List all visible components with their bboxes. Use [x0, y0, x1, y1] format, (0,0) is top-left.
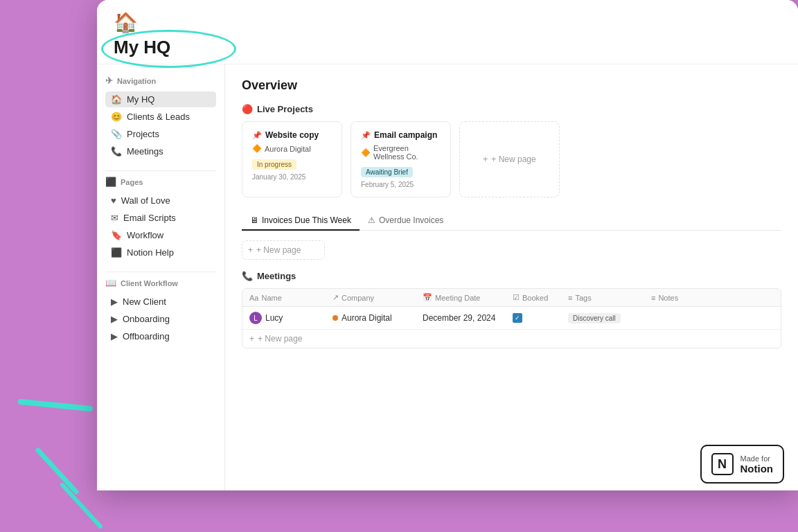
new-page-table-row[interactable]: + + New page — [242, 330, 781, 348]
client-icon-email: 🔶 — [361, 148, 371, 157]
col-date-icon: 📅 — [423, 293, 432, 302]
notion-help-icon: ⬛ — [111, 247, 122, 258]
table-row: L Lucy Aurora Digital December 29, 2024 … — [242, 307, 781, 330]
sidebar-item-my-hq[interactable]: 🏠 My HQ — [105, 91, 216, 107]
notion-brand-label: Notion — [741, 463, 773, 475]
client-icon-website: 🔶 — [252, 144, 262, 153]
sidebar-item-new-client[interactable]: ▶ New Client — [105, 294, 216, 310]
sidebar-item-onboarding[interactable]: ▶ Onboarding — [105, 311, 216, 327]
sidebar-item-offboarding[interactable]: ▶ Offboarding — [105, 328, 216, 344]
cell-booked-lucy: ✓ — [506, 308, 561, 328]
status-badge-in-progress: In progress — [252, 159, 296, 170]
overview-title: Overview — [242, 78, 781, 93]
new-project-plus-icon: + — [483, 154, 488, 164]
col-header-tags: ≡ Tags — [561, 289, 644, 306]
project-date-email: February 5, 2025 — [361, 181, 441, 188]
col-header-name: Aa Name — [242, 289, 326, 306]
live-projects-header: 🔴 Live Projects — [242, 104, 781, 114]
cell-tags-lucy: Discovery call — [561, 308, 644, 328]
svg-line-1 — [38, 450, 76, 492]
col-name-icon: Aa — [249, 294, 258, 302]
project-card-email-campaign[interactable]: 📌 Email campaign 🔶 Evergreen Wellness Co… — [351, 121, 451, 197]
cell-company-lucy: Aurora Digital — [326, 308, 416, 328]
col-header-booked: ☑ Booked — [506, 289, 561, 306]
sidebar-client-workflow-section: 📖 Client Workflow ▶ New Client ▶ Onboard… — [97, 278, 224, 344]
project-title-row-email: 📌 Email campaign — [361, 130, 441, 140]
meetings-section-icon: 📞 — [242, 271, 253, 281]
sidebar-item-workflow[interactable]: 🔖 Workflow — [105, 227, 216, 243]
col-company-icon: ↗ — [332, 293, 339, 302]
main-content: ✈ Navigation 🏠 My HQ 😊 Clients & Leads 📎… — [97, 64, 798, 490]
projects-icon: 📎 — [111, 129, 122, 139]
project-title-email: Email campaign — [374, 130, 437, 140]
sidebar-divider-1 — [105, 170, 216, 171]
sidebar-item-clients-leads[interactable]: 😊 Clients & Leads — [105, 109, 216, 125]
tab-icon-overdue: ⚠ — [368, 215, 375, 225]
svg-line-0 — [21, 402, 90, 409]
notion-made-for-label: Made for — [741, 454, 773, 463]
new-page-label-invoices: + New page — [256, 245, 301, 255]
title-row: My HQ — [114, 37, 781, 58]
workflow-icon: 🔖 — [111, 230, 122, 240]
sidebar-item-wall-of-love[interactable]: ♥ Wall of Love — [105, 193, 216, 209]
new-page-plus-icon: + — [248, 245, 253, 255]
invoices-tabs: 🖥 Invoices Due This Week ⚠ Overdue Invoi… — [242, 211, 781, 231]
cell-notes-lucy — [644, 313, 781, 323]
tab-icon-invoices-due: 🖥 — [250, 215, 258, 225]
pages-section-icon: ⬛ — [105, 177, 116, 187]
notion-badge-text: Made for Notion — [741, 454, 773, 475]
sidebar-pages-section: ⬛ Pages ♥ Wall of Love ✉ Email Scripts 🔖… — [97, 177, 224, 260]
new-page-row-invoices[interactable]: + + New page — [242, 240, 325, 260]
new-client-expand-icon: ▶ — [111, 296, 118, 307]
project-client-email: 🔶 Evergreen Wellness Co. — [361, 144, 441, 161]
sidebar-client-workflow-title: 📖 Client Workflow — [105, 278, 216, 288]
meetings-icon: 📞 — [111, 146, 122, 157]
sidebar-item-meetings[interactable]: 📞 Meetings — [105, 143, 216, 159]
content-inner: Overview 🔴 Live Projects 📌 Website copy — [225, 64, 798, 490]
my-hq-icon: 🏠 — [111, 94, 122, 105]
user-avatar-lucy: L — [249, 312, 262, 324]
new-page-table-plus-icon: + — [249, 334, 254, 344]
content-area: Overview 🔴 Live Projects 📌 Website copy — [225, 64, 798, 490]
status-badge-awaiting: Awaiting Brief — [361, 167, 413, 177]
project-title-website: Website copy — [265, 130, 319, 140]
project-card-website-copy[interactable]: 📌 Website copy 🔶 Aurora Digital In progr… — [242, 121, 342, 197]
sidebar-navigation-section: ✈ Navigation 🏠 My HQ 😊 Clients & Leads 📎… — [97, 76, 224, 159]
live-projects-icon: 🔴 — [242, 104, 253, 114]
table-header-row: Aa Name ↗ Company 📅 Meeting Date — [242, 289, 781, 307]
new-page-table-label: + New page — [258, 334, 302, 344]
checkbox-booked-lucy[interactable]: ✓ — [513, 313, 522, 323]
new-project-card[interactable]: + + New page — [459, 121, 560, 197]
svg-line-2 — [62, 485, 100, 526]
projects-grid: 📌 Website copy 🔶 Aurora Digital In progr… — [242, 121, 781, 197]
project-client-website: 🔶 Aurora Digital — [252, 144, 332, 153]
new-project-label: + New page — [491, 154, 535, 164]
sidebar: ✈ Navigation 🏠 My HQ 😊 Clients & Leads 📎… — [97, 64, 225, 490]
client-workflow-section-icon: 📖 — [105, 278, 116, 288]
device-container: 🏠 My HQ ✈ Navigation 🏠 My HQ — [97, 0, 798, 490]
sidebar-nav-title: ✈ Navigation — [105, 76, 216, 86]
email-scripts-icon: ✉ — [111, 213, 118, 223]
tab-invoices-due[interactable]: 🖥 Invoices Due This Week — [242, 211, 360, 231]
offboarding-expand-icon: ▶ — [111, 331, 118, 342]
top-bar: 🏠 My HQ — [97, 0, 798, 64]
wall-love-icon: ♥ — [111, 195, 116, 206]
page-title: My HQ — [114, 37, 170, 58]
col-header-notes: ≡ Notes — [644, 289, 781, 306]
col-header-meeting-date: 📅 Meeting Date — [416, 289, 506, 306]
sidebar-item-notion-help[interactable]: ⬛ Notion Help — [105, 245, 216, 260]
notion-badge: N Made for Notion — [700, 445, 784, 484]
sidebar-divider-2 — [105, 272, 216, 272]
project-title-row-website: 📌 Website copy — [252, 130, 332, 140]
pin-icon-website: 📌 — [252, 131, 262, 140]
sidebar-item-email-scripts[interactable]: ✉ Email Scripts — [105, 210, 216, 226]
meetings-table: Aa Name ↗ Company 📅 Meeting Date — [242, 288, 781, 348]
meetings-header: 📞 Meetings — [242, 271, 781, 281]
onboarding-expand-icon: ▶ — [111, 314, 118, 324]
company-dot-lucy — [332, 315, 338, 321]
project-date-website: January 30, 2025 — [252, 173, 332, 181]
cell-date-lucy: December 29, 2024 — [416, 308, 506, 328]
tab-overdue-invoices[interactable]: ⚠ Overdue Invoices — [360, 211, 452, 231]
sidebar-item-projects[interactable]: 📎 Projects — [105, 126, 216, 142]
cell-name-lucy: L Lucy — [242, 307, 326, 329]
